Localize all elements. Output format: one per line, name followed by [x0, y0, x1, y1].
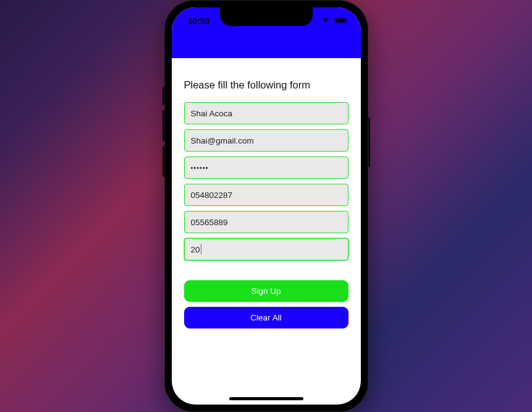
clear-all-button[interactable]: Clear All	[184, 307, 348, 328]
phone2-field[interactable]	[184, 211, 348, 233]
email-input[interactable]	[191, 136, 342, 145]
home-indicator[interactable]	[229, 397, 303, 400]
form-heading: Please fill the following form	[184, 79, 348, 91]
password-input[interactable]: ••••••	[191, 164, 209, 171]
button-group: Sign Up Clear All	[184, 280, 348, 328]
volume-down-button	[163, 110, 164, 141]
svg-rect-2	[347, 19, 348, 22]
svg-rect-1	[335, 19, 345, 22]
phone2-input[interactable]	[191, 218, 342, 227]
volume-down-button-2	[163, 146, 164, 177]
phone1-field[interactable]	[184, 184, 348, 206]
text-cursor	[201, 244, 201, 254]
age-input[interactable]: 20	[191, 245, 200, 254]
wifi-icon	[321, 16, 331, 26]
form-container: Please fill the following form ••••••	[172, 58, 361, 328]
name-field[interactable]	[184, 102, 348, 124]
age-field[interactable]: 20	[184, 238, 348, 260]
wallpaper: 10:53 Please fill the following form	[0, 0, 532, 412]
power-button	[368, 118, 370, 167]
volume-up-button	[163, 87, 164, 105]
phone-screen: 10:53 Please fill the following form	[172, 7, 361, 405]
status-icons	[321, 16, 348, 26]
phone-frame: 10:53 Please fill the following form	[164, 0, 368, 412]
battery-icon	[334, 16, 348, 26]
status-time: 10:53	[188, 16, 210, 26]
app-header	[172, 35, 361, 58]
email-field[interactable]	[184, 129, 348, 152]
name-input[interactable]	[191, 109, 342, 118]
notch	[220, 7, 313, 26]
password-field[interactable]: ••••••	[184, 157, 348, 179]
signup-button[interactable]: Sign Up	[184, 280, 348, 302]
phone1-input[interactable]	[191, 191, 342, 200]
